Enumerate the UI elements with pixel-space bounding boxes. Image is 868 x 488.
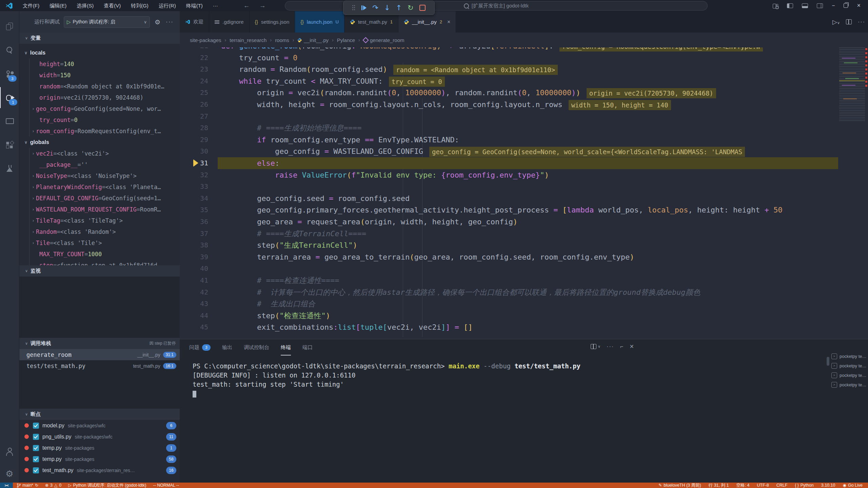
breakpoint-row-model.py[interactable]: model.pysite-packages\wfc6 <box>19 420 180 431</box>
code-line-34[interactable]: 34 geo_config.seed = room_config.seed <box>180 192 868 204</box>
terminal-output[interactable]: PS C:\computer_science\godot-ldtk\site-p… <box>193 362 735 398</box>
step-into-button[interactable]: ↓ <box>384 4 390 12</box>
expand-chevron-icon[interactable]: › <box>33 207 34 212</box>
tab-欢迎[interactable]: 欢迎 <box>180 11 209 33</box>
terminal-instance-4[interactable]: >pocketpy te… <box>831 380 867 389</box>
python-version-item[interactable]: 3.10.10 <box>821 483 835 488</box>
run-and-debug-icon[interactable]: 1 <box>0 87 20 108</box>
go-live-item[interactable]: ◉ Go Live <box>843 483 863 488</box>
breadcrumb-item-site-packages[interactable]: site-packages <box>190 37 221 43</box>
variable-row-__package__[interactable]: __package__ = '' <box>19 159 180 170</box>
breadcrumb-item-rooms[interactable]: rooms <box>275 37 289 43</box>
tab-close-icon[interactable]: × <box>447 19 450 25</box>
breadcrumb-item-generate_room[interactable]: generate_room <box>363 37 405 43</box>
continue-button[interactable] <box>361 5 367 10</box>
variable-row-stop[interactable]: stop = <function stop at 0x1bf8d716d… <box>19 260 180 265</box>
variable-row-PlanetaryWindConfig[interactable]: ›PlanetaryWindConfig = <class 'Planeta… <box>19 181 180 192</box>
code-line-33[interactable]: 33 <box>180 181 868 192</box>
panel-tab-问题[interactable]: 问题3 <box>189 339 211 355</box>
account-icon[interactable] <box>0 441 19 462</box>
breakpoint-checkbox[interactable] <box>33 445 39 451</box>
callstack-frame-test/test_math.py[interactable]: test/test_math.pytest_math.py16:1 <box>19 360 180 371</box>
breadcrumb-item-__init__.py[interactable]: __init__.py <box>297 37 329 43</box>
variable-row-geo_config[interactable]: ›geo_config = GeoConfig(seed=None, wor… <box>19 103 180 114</box>
code-line-25[interactable]: 25 origin = vec2i(random.randint(0, 1000… <box>180 87 868 99</box>
editor-more-actions-icon[interactable]: ··· <box>858 19 865 25</box>
explorer-icon[interactable] <box>0 16 19 37</box>
variable-row-NoiseType[interactable]: ›NoiseType = <class 'NoiseType'> <box>19 170 180 181</box>
close-button[interactable]: × <box>857 2 861 9</box>
menu-item-查看V[interactable]: 查看(V) <box>99 0 126 11</box>
variable-row-origin[interactable]: origin = vec2i(7205730, 9024468) <box>19 92 180 103</box>
variable-row-WASTELAND_ROOM_REQUEST_CONFIG[interactable]: ›WASTELAND_ROOM_REQUEST_CONFIG = RoomR… <box>19 204 180 215</box>
menu-item-转到G[interactable]: 转到(G) <box>126 0 154 11</box>
debug-settings-gear-icon[interactable]: ⚙ <box>155 18 160 26</box>
code-line-35[interactable]: 35 geo_config.primary_forces.geothermal_… <box>180 204 868 216</box>
callstack-frame-generate_room[interactable]: generate_room__init__.py31:1 <box>19 349 180 360</box>
terminal-instance-3[interactable]: >pocketpy te… <box>831 370 867 380</box>
breakpoints-section-header[interactable]: ∨断点 <box>19 409 180 420</box>
variable-row-random[interactable]: random = <Random object at 0x1bf9d01e… <box>19 81 180 92</box>
split-editor-icon[interactable] <box>846 19 852 24</box>
code-line-23[interactable]: 23 random = Random(room_config.seed)rand… <box>180 63 868 75</box>
expand-chevron-icon[interactable]: › <box>33 129 34 134</box>
sidebar-more-actions-icon[interactable]: ··· <box>166 19 174 25</box>
variable-row-try_count[interactable]: try_count = 0 <box>19 114 180 125</box>
minimap[interactable] <box>839 47 865 122</box>
menu-item-运行R[interactable]: 运行(R) <box>154 0 181 11</box>
variables-group-locals[interactable]: ∨locals <box>19 47 180 58</box>
panel-more-actions-icon[interactable]: ··· <box>607 344 614 350</box>
code-line-37[interactable]: 37 # ====生成TerrainCell==== <box>180 228 868 240</box>
minimize-button[interactable]: − <box>832 3 835 9</box>
encoding-item[interactable]: UTF-8 <box>757 483 769 488</box>
code-line-26[interactable]: 26 width, height = room_config.layout.n_… <box>180 99 868 110</box>
breadcrumb-item-terrain_research[interactable]: terrain_research <box>230 37 267 43</box>
restart-button[interactable]: ↻ <box>408 4 414 12</box>
menu-item-编辑E[interactable]: 编辑(E) <box>44 0 72 11</box>
code-editor[interactable]: 2021def generate_room(room_config: RoomR… <box>180 47 868 339</box>
breakpoint-checkbox[interactable] <box>33 423 39 429</box>
start-debug-icon[interactable]: ▷ <box>67 19 71 25</box>
git-branch-item[interactable]: main* ↻ <box>17 483 38 488</box>
terminal-instance-1[interactable]: >pocketpy te… <box>831 351 867 361</box>
terminal-scrollbar[interactable] <box>827 357 829 366</box>
menu-item-文件F[interactable]: 文件(F) <box>18 0 44 11</box>
toggle-sidebar-icon[interactable] <box>787 3 793 8</box>
variable-row-vec2i[interactable]: ›vec2i = <class 'vec2i'> <box>19 148 180 159</box>
menu-item-终端T[interactable]: 终端(T) <box>181 0 208 11</box>
tab-.gdignore[interactable]: .gdignore <box>209 11 250 33</box>
step-over-button[interactable]: ↷ <box>372 4 378 12</box>
restore-button[interactable] <box>844 3 848 8</box>
variables-section-header[interactable]: ∨变量 <box>19 33 180 44</box>
terminal-instance-2[interactable]: >pocketpy te… <box>831 361 867 370</box>
code-line-21[interactable]: 21def generate_room(room_config: RoomReq… <box>180 47 868 52</box>
breadcrumb-item-Pylance[interactable]: Pylance <box>337 37 355 43</box>
problems-item[interactable]: ⊗3 △0 <box>45 483 61 488</box>
variable-row-Tile[interactable]: ›Tile = <class 'Tile'> <box>19 237 180 248</box>
code-line-36[interactable]: 36 geo_area = request_area(origin, width… <box>180 216 868 228</box>
variable-row-height[interactable]: height = 140 <box>19 58 180 69</box>
nav-forward-icon[interactable]: → <box>255 2 271 9</box>
code-line-41[interactable]: 41 # ====检查连通性==== <box>180 274 868 286</box>
expand-chevron-icon[interactable]: › <box>33 196 34 201</box>
cursor-position-item[interactable]: 行 31, 列 1 <box>709 483 729 488</box>
extensions-icon[interactable] <box>0 135 19 156</box>
code-line-28[interactable]: 28 # ====生成初始地理信息==== <box>180 122 868 134</box>
expand-chevron-icon[interactable]: › <box>33 174 34 178</box>
indentation-item[interactable]: 空格: 4 <box>736 483 749 488</box>
breakpoint-checkbox[interactable] <box>33 434 39 440</box>
breakpoint-row-temp.py[interactable]: temp.pysite-packages1 <box>19 442 180 453</box>
menu-item-···[interactable]: ··· <box>208 0 223 11</box>
breakpoint-checkbox[interactable] <box>33 467 39 473</box>
maximize-panel-icon[interactable]: ⌐ <box>620 344 623 350</box>
drag-handle-icon[interactable] <box>352 5 355 11</box>
code-line-24[interactable]: 24 while try_count < MAX_TRY_COUNT:try_c… <box>180 75 868 87</box>
variable-row-MAX_TRY_COUNT[interactable]: MAX_TRY_COUNT = 1000 <box>19 248 180 260</box>
panel-tab-输出[interactable]: 输出 <box>222 339 232 355</box>
remote-explorer-icon[interactable] <box>0 111 19 132</box>
debug-config-dropdown[interactable]: ▷ Python 调试程序: 启 ∨ <box>64 16 150 28</box>
panel-tab-调试控制台[interactable]: 调试控制台 <box>244 339 269 355</box>
variable-row-room_config[interactable]: ›room_config = RoomRequestConfig(env_t… <box>19 125 180 137</box>
menu-item-选择S[interactable]: 选择(S) <box>72 0 99 11</box>
variables-group-globals[interactable]: ∨globals <box>19 137 180 148</box>
